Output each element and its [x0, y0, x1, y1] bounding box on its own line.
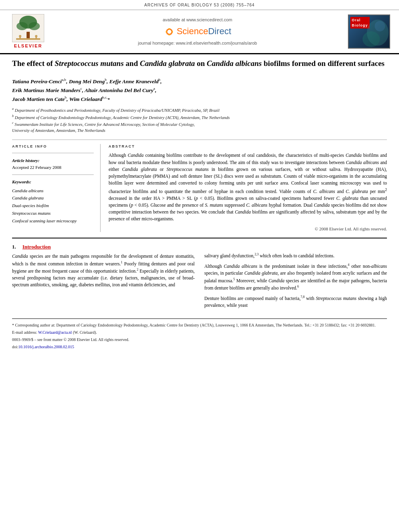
email-note: E-mail address: W.Crielaard@acta.nl (W. …: [12, 329, 387, 335]
svg-rect-9: [35, 37, 37, 39]
keywords-label: Keywords:: [12, 179, 94, 185]
available-text: available at www.sciencedirect.com: [52, 17, 343, 23]
intro-paragraph-1: Candida species are the main pathogens r…: [12, 253, 195, 288]
affiliation-c: Swammerdam Institute for Life Sciences, …: [12, 122, 195, 133]
oral-biology-image: OralBiology: [348, 14, 390, 49]
affiliations: a Department of Prosthodontics and Perio…: [12, 107, 387, 134]
affiliation-b: Department of Cariology Endodontology Pe…: [15, 115, 230, 119]
corresponding-note-text: * Corresponding author at: Department of…: [12, 323, 376, 327]
accepted-date: Accepted 22 February 2008: [12, 164, 94, 171]
svg-point-3: [29, 22, 40, 30]
article-footer: * Corresponding author at: Department of…: [12, 318, 387, 350]
keywords-section: Keywords: Candida albicans Candida glabr…: [12, 179, 94, 224]
section-divider: [12, 140, 387, 140]
keyword-3: Dual-species biofilm: [12, 202, 94, 210]
journal-center-header: available at www.sciencedirect.com: [52, 17, 343, 47]
keyword-1: Candida albicans: [12, 187, 94, 195]
doi-line: doi:10.1016/j.archoralbio.2008.02.015: [12, 344, 387, 350]
elsevier-tree-icon: [12, 14, 44, 42]
email-attribution: (W. Crielaard).: [73, 330, 97, 335]
affiliation-a: Department of Prosthodontics and Periodo…: [15, 108, 220, 113]
article-info-column: ARTICLE INFO Article history: Accepted 2…: [12, 144, 101, 232]
intro-paragraph-3: Although Candida albicans is the predomi…: [204, 263, 387, 291]
keyword-5: Confocal scanning laser microscopy: [12, 217, 94, 225]
sciencedirect-logo: ScienceDirect: [52, 25, 343, 38]
body-content: 1. Introduction Candida species are the …: [12, 238, 387, 350]
svg-point-18: [167, 30, 171, 34]
sciencedirect-label: ScienceDirect: [177, 25, 231, 38]
journal-header: ELSEVIER available at www.sciencedirect.…: [0, 10, 399, 54]
elsevier-label: ELSEVIER: [14, 43, 42, 49]
authors: Tatiana Pereira-Cencia,b, Dong Mei Dengb…: [12, 77, 387, 103]
info-divider: [12, 153, 94, 153]
keyword-2: Candida glabrata: [12, 194, 94, 202]
journal-homepage-text: journal homepage: www.intl.elsevierhealt…: [52, 40, 343, 46]
article-content: The effect of Streptococcus mutans and C…: [0, 54, 399, 359]
svg-point-20: [362, 31, 380, 47]
svg-point-8: [35, 35, 37, 37]
elsevier-logo: ELSEVIER: [8, 14, 48, 49]
sciencedirect-flower-icon: [164, 26, 175, 37]
keyword-4: Streptococcus mutans: [12, 210, 94, 217]
doi-link[interactable]: 10.1016/j.archoralbio.2008.02.015: [19, 345, 74, 349]
page-wrapper: ARCHIVES OF ORAL BIOLOGY 53 (2008) 755–7…: [0, 0, 399, 359]
svg-rect-4: [27, 32, 30, 38]
keywords-list: Candida albicans Candida glabrata Dual-s…: [12, 187, 94, 224]
section-title: Introduction: [23, 243, 51, 251]
body-right-col: salivary gland dysfunction,2,3 which oft…: [204, 243, 387, 312]
journal-citation: ARCHIVES OF ORAL BIOLOGY 53 (2008) 755–7…: [144, 3, 255, 7]
copyright-text: © 2008 Elsevier Ltd. All rights reserved…: [109, 226, 387, 232]
article-info-label: ARTICLE INFO: [12, 144, 94, 149]
oral-biology-logo: OralBiology: [347, 14, 391, 49]
journal-top-bar: ARCHIVES OF ORAL BIOLOGY 53 (2008) 755–7…: [0, 0, 399, 10]
body-left-col: 1. Introduction Candida species are the …: [12, 243, 195, 312]
abstract-label: ABSTRACT: [109, 144, 387, 149]
info-abstract-section: ARTICLE INFO Article history: Accepted 2…: [12, 144, 387, 232]
svg-point-2: [16, 22, 28, 30]
intro-heading: 1. Introduction: [12, 243, 195, 251]
body-two-col: 1. Introduction Candida species are the …: [12, 243, 387, 312]
svg-point-6: [19, 35, 21, 37]
article-history: Article history: Accepted 22 February 20…: [12, 157, 94, 170]
section-number: 1.: [12, 243, 16, 251]
email-link[interactable]: W.Crielaard@acta.nl: [38, 330, 72, 335]
intro-paragraph-4: Denture biofilms are composed mainly of …: [204, 295, 387, 309]
abstract-column: ABSTRACT Although Candida containing bio…: [109, 144, 387, 232]
issn-line: 0003–9969/$ – see front matter © 2008 El…: [12, 337, 387, 343]
article-title: The effect of Streptococcus mutans and C…: [12, 58, 387, 71]
info-divider2: [12, 175, 94, 175]
corresponding-author-note: * Corresponding author at: Department of…: [12, 322, 387, 328]
history-label: Article history:: [12, 157, 94, 164]
abstract-text: Although Candida containing biofilms con…: [109, 152, 387, 222]
svg-point-21: [374, 21, 385, 31]
svg-rect-7: [19, 37, 21, 39]
email-label: E-mail address:: [12, 330, 38, 335]
intro-paragraph-2: salivary gland dysfunction,2,3 which oft…: [204, 252, 387, 259]
